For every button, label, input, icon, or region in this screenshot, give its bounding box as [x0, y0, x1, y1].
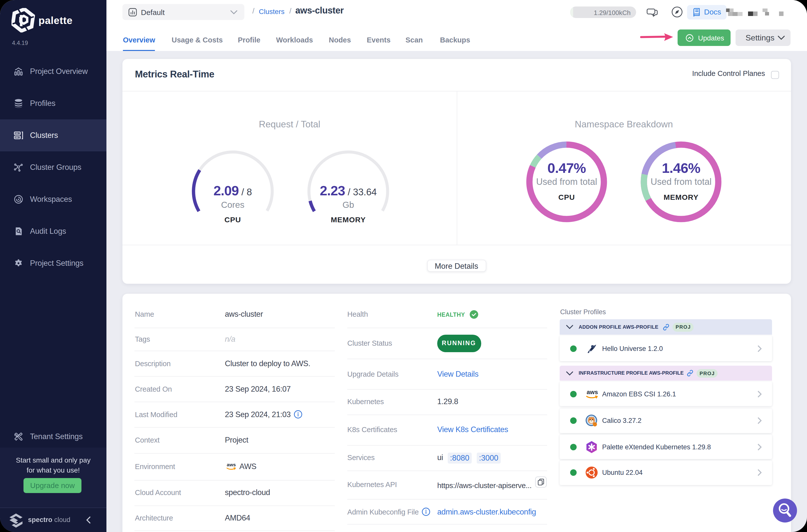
svg-text:aws: aws	[227, 462, 236, 467]
svg-text:aws: aws	[587, 388, 598, 395]
